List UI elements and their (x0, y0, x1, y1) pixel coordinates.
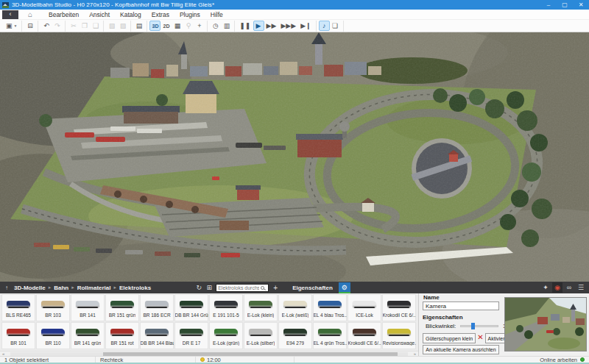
screenshot-button[interactable]: ❏ (330, 21, 341, 31)
save-button[interactable]: ▣▼ (4, 21, 19, 31)
minimize-button[interactable]: – (540, 0, 557, 10)
gueterschuppen-button[interactable]: Güterschuppen klein (423, 333, 476, 343)
online-indicator-icon (580, 357, 585, 362)
blickwinkel-slider[interactable] (460, 323, 498, 329)
catalog-header: ↑ 3D-Modelle ▸ Bahn ▸ Rollmaterial ▸ Ele… (0, 282, 589, 293)
catalog-item[interactable]: BR 103 (36, 294, 70, 321)
fast-forward-button[interactable]: ▶▶ (264, 21, 279, 31)
name-field[interactable] (423, 301, 499, 310)
home-icon[interactable]: ⌂ (23, 10, 38, 19)
toolbar-group: ❚❚▶▶▶▶▶▶▶❙ (235, 21, 316, 32)
loco-thumbnail (141, 295, 173, 313)
catalog-item[interactable]: BR 141 grün (71, 322, 105, 349)
catalog-item[interactable]: BR 110 (36, 322, 70, 349)
loco-shape (283, 329, 307, 335)
skip-end-button[interactable]: ▶❙ (298, 21, 313, 31)
select-button[interactable]: ▧ (106, 21, 117, 31)
catalog-item[interactable]: E-Lok (weiß) (278, 294, 312, 321)
align-camera-button[interactable]: An aktuelle Kamera ausrichten (423, 345, 499, 354)
catalog-item[interactable]: E94 279 (278, 322, 312, 349)
print-button[interactable]: ⊟ (24, 21, 35, 31)
catalog-item[interactable]: E-Lok (klein) (244, 294, 278, 321)
catalog-item[interactable]: Krokodil CE 6/... (348, 322, 381, 349)
clock-button[interactable]: ◷ (210, 21, 221, 31)
pause-button[interactable]: ❚❚ (237, 21, 253, 31)
link-icon[interactable]: ∞ (564, 282, 574, 293)
breadcrumb-elektroloks[interactable]: Elektroloks (118, 285, 152, 291)
event-manager-button[interactable]: ▥ (221, 21, 232, 31)
deselect-button[interactable]: ▨ (117, 21, 128, 31)
toolbar-group: ⊟ (22, 21, 38, 32)
catalog-item[interactable]: BR 141 (71, 294, 105, 321)
grid-view-icon[interactable]: ⊞ (204, 282, 214, 293)
catalog-item[interactable]: BR 151 grün (105, 294, 139, 321)
refresh-icon[interactable]: ↻ (194, 282, 204, 293)
menu-plugins[interactable]: Plugins (174, 10, 205, 20)
breadcrumb-rollmaterial[interactable]: Rollmaterial (76, 285, 113, 291)
add-category-button[interactable]: + (270, 282, 281, 293)
breadcrumb-bahn[interactable]: Bahn (52, 285, 70, 291)
grid-button[interactable]: ▦ (172, 21, 183, 31)
catalog-item[interactable]: DB BR 144 Blau (140, 322, 174, 349)
catalog-item[interactable]: BR 151 rot (105, 322, 139, 349)
copy-button[interactable]: ❐ (79, 21, 90, 31)
loco-thumbnail (348, 295, 381, 313)
sound-icon: ♪ (322, 23, 326, 29)
menu-katalog[interactable]: Katalog (115, 10, 147, 20)
remove-x-icon[interactable]: ✕ (477, 333, 483, 343)
search-input[interactable] (216, 285, 261, 291)
clock-icon: ◷ (213, 23, 219, 29)
catalog-item[interactable]: EL 4 grün Tros... (313, 322, 347, 349)
gear-icon[interactable]: ⚙ (339, 282, 350, 293)
back-button[interactable]: ‹ (2, 10, 18, 19)
view-2d-button[interactable]: 2D (161, 21, 172, 31)
menu-extras[interactable]: Extras (147, 10, 174, 20)
menu-bearbeiten[interactable]: Bearbeiten (43, 10, 84, 20)
loco-thumbnail (383, 323, 415, 340)
lamp-button[interactable]: ⚲ (183, 21, 194, 31)
menu-ansicht[interactable]: Ansicht (84, 10, 115, 20)
undo-button[interactable]: ↶ (40, 21, 52, 31)
catalog-item[interactable]: Krokodil CE 6/... (382, 294, 416, 321)
catalog-item[interactable]: BR 101 (1, 322, 35, 349)
breadcrumb-3d-modelle[interactable]: 3D-Modelle (13, 285, 47, 291)
slider-thumb[interactable] (471, 323, 475, 329)
loco-thumbnail (210, 295, 242, 313)
catalog-item[interactable]: EL 4 blau Tros... (313, 294, 347, 321)
catalog-item[interactable]: DR E 17 (174, 322, 208, 349)
menu-hilfe[interactable]: Hilfe (205, 10, 228, 20)
online-status[interactable]: Online arbeiten (535, 357, 589, 363)
search-icon (261, 286, 264, 290)
view-3d-button[interactable]: 3D (149, 21, 161, 31)
play-button[interactable]: ▶ (253, 21, 264, 31)
up-level-icon[interactable]: ↑ (5, 285, 8, 291)
catalog-item[interactable]: E 191 101-5 (209, 294, 243, 321)
faster-forward-button[interactable]: ▶▶▶ (278, 21, 298, 31)
catalog-item[interactable]: ICE-Lok (348, 294, 381, 321)
cut-button[interactable]: ✂ (68, 21, 79, 31)
add-button[interactable]: + (194, 21, 205, 31)
dropdown-caret-icon[interactable]: ▼ (14, 24, 18, 28)
panel-menu-icon[interactable]: ☰ (576, 282, 586, 293)
paste-button[interactable]: ❑ (90, 21, 101, 31)
loco-shape (110, 301, 134, 307)
loco-shape (387, 301, 411, 307)
grid-icon: ▦ (174, 23, 181, 29)
lamp-icon: ⚲ (186, 23, 191, 29)
catalog-item[interactable]: DB BR 144 Grün (174, 294, 208, 321)
catalog-item[interactable]: E-Lok (silber) (244, 322, 278, 349)
catalog-item[interactable]: BR 186 ECR (140, 294, 174, 321)
close-button[interactable]: ✕ (573, 0, 589, 10)
plug-icon[interactable]: ◉ (552, 282, 562, 293)
maximize-button[interactable]: ▢ (557, 0, 573, 10)
catalog-item[interactable]: E-Lok (grün) (209, 322, 243, 349)
pin-icon[interactable]: ✦ (540, 282, 551, 293)
layers-button[interactable]: ▤ (133, 21, 144, 31)
catalog-item[interactable]: Revisionswage... (382, 322, 416, 349)
tab-eigenschaften[interactable]: Eigenschaften (286, 285, 339, 291)
catalog-item[interactable]: BLS RE465 (1, 294, 35, 321)
viewport-3d[interactable] (0, 32, 589, 282)
redo-button[interactable]: ↷ (52, 21, 63, 31)
sound-button[interactable]: ♪ (319, 21, 330, 31)
deselect-icon: ▨ (120, 23, 127, 29)
